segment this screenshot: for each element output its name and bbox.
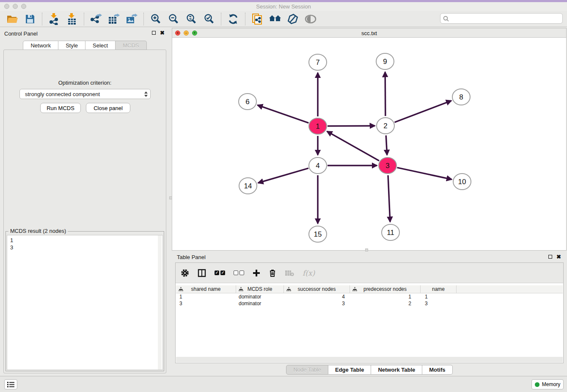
tab-motifs[interactable]: Motifs — [422, 365, 452, 375]
table-row[interactable]: 1 dominator 4 1 1 — [176, 293, 563, 300]
tab-network-table[interactable]: Network Table — [371, 365, 422, 375]
floppy-icon — [25, 14, 35, 24]
cell-mcds-role[interactable]: dominator — [236, 301, 284, 306]
column-header-mcds-role[interactable]: MCDS role — [236, 285, 284, 293]
main-toolbar — [0, 11, 567, 27]
criterion-select[interactable]: strongly connected component — [19, 89, 151, 99]
columns-icon — [198, 269, 206, 277]
cell-shared-name[interactable]: 1 — [176, 294, 236, 300]
close-panel-icon[interactable]: ✖ — [556, 254, 561, 259]
zoom-fit-button[interactable] — [184, 12, 198, 26]
tag-slash-icon — [287, 14, 298, 25]
network-canvas[interactable]: 7968124314101511 — [172, 38, 566, 250]
cell-predecessor-nodes[interactable]: 1 — [350, 294, 421, 300]
select-all-button[interactable]: ✓✓ — [215, 271, 225, 275]
tab-network[interactable]: Network — [23, 41, 58, 50]
memory-button[interactable]: Memory — [531, 379, 564, 389]
tab-style[interactable]: Style — [58, 41, 85, 50]
cell-name[interactable]: 1 — [421, 294, 457, 300]
graph-edge-3-11[interactable] — [388, 175, 390, 222]
tab-node-table[interactable]: Node Table — [286, 365, 328, 375]
close-panel-button[interactable]: Close panel — [86, 103, 130, 113]
column-header-name[interactable]: name — [421, 285, 457, 293]
table-header: shared name MCDS role successor nodes pr… — [176, 285, 563, 293]
cell-successor-nodes[interactable]: 4 — [284, 294, 350, 300]
graph-node-label: 4 — [316, 162, 319, 170]
graph-edge-1-2[interactable] — [328, 126, 375, 126]
export-image-button[interactable] — [125, 12, 138, 26]
toolbar-separator — [221, 13, 221, 25]
deselect-all-button[interactable] — [234, 271, 244, 275]
table-settings-button[interactable] — [181, 269, 189, 277]
cell-mcds-role[interactable]: dominator — [236, 294, 284, 300]
delete-column-button[interactable] — [269, 269, 276, 277]
import-table-icon — [67, 13, 77, 25]
search-input[interactable] — [451, 16, 560, 22]
graph-edge-2-9[interactable] — [385, 72, 385, 116]
column-header-predecessor-nodes[interactable]: predecessor nodes — [350, 285, 421, 293]
graph-edge-2-3[interactable] — [386, 135, 387, 155]
task-history-button[interactable] — [4, 379, 17, 389]
home-button[interactable] — [268, 12, 282, 26]
network-graph[interactable]: 7968124314101511 — [172, 38, 566, 250]
float-panel-icon[interactable] — [152, 31, 156, 35]
table-row[interactable]: 3 dominator 3 2 3 — [176, 300, 563, 307]
close-panel-icon[interactable]: ✖ — [160, 30, 165, 35]
duplicate-network-button[interactable] — [250, 12, 264, 26]
mcds-result-list[interactable]: 1 3 — [7, 235, 163, 370]
checked-boxes-icon: ✓✓ — [215, 271, 225, 275]
node-table[interactable]: shared name MCDS role successor nodes pr… — [176, 285, 563, 356]
column-header-successor-nodes[interactable]: successor nodes — [284, 285, 350, 293]
table-toolbar: ✓✓ f(x) — [176, 263, 563, 283]
column-header-shared-name[interactable]: shared name — [176, 285, 236, 293]
function-builder-icon: f(x) — [303, 269, 315, 277]
graph-edge-3-10[interactable] — [397, 168, 451, 179]
cell-shared-name[interactable]: 3 — [176, 301, 236, 306]
status-bar: Memory — [0, 376, 567, 392]
select-stepper-icon — [144, 91, 148, 97]
table-panel: Table Panel ✖ ✓✓ — [172, 251, 567, 376]
graph-edge-2-8[interactable] — [395, 101, 451, 122]
float-panel-icon[interactable] — [548, 255, 552, 259]
zoom-in-button[interactable] — [149, 12, 162, 26]
graphics-details-button[interactable] — [286, 12, 300, 26]
show-columns-button[interactable] — [198, 269, 206, 277]
graph-node-label: 2 — [383, 122, 387, 130]
application-window: Session: New Session — [0, 0, 567, 392]
cell-name[interactable]: 3 — [421, 301, 457, 306]
criterion-value: strongly connected component — [25, 91, 144, 97]
mcds-result-item[interactable]: 3 — [10, 244, 162, 251]
export-network-button[interactable] — [89, 12, 103, 26]
export-network-icon — [90, 14, 102, 25]
tab-select[interactable]: Select — [85, 41, 116, 50]
graph-edge-1-6[interactable] — [258, 105, 309, 123]
tab-mcds[interactable]: MCDS — [116, 41, 146, 50]
birds-eye-button[interactable] — [304, 12, 317, 26]
tab-edge-table[interactable]: Edge Table — [328, 365, 371, 375]
graph-node-label: 3 — [385, 162, 389, 170]
zoom-out-button[interactable] — [167, 12, 180, 26]
eye-icon — [305, 14, 317, 24]
zoom-selected-icon — [204, 14, 215, 25]
delete-table-button — [285, 270, 294, 276]
save-session-button[interactable] — [23, 12, 37, 26]
zoom-fit-icon — [186, 14, 197, 25]
export-table-button[interactable] — [107, 12, 121, 26]
open-session-button[interactable] — [6, 12, 19, 26]
cell-predecessor-nodes[interactable]: 2 — [350, 301, 421, 306]
table-horizontal-scrollbar[interactable] — [176, 357, 563, 362]
result-scrollbar[interactable] — [158, 235, 162, 370]
run-mcds-button[interactable]: Run MCDS — [40, 103, 81, 113]
graph-edge-3-1[interactable] — [327, 131, 379, 160]
import-network-button[interactable] — [47, 12, 61, 26]
import-table-button[interactable] — [65, 12, 79, 26]
mcds-result-item[interactable]: 1 — [10, 237, 162, 244]
homes-icon — [269, 14, 281, 24]
toolbar-separator — [143, 13, 144, 25]
graph-edge-4-14[interactable] — [258, 168, 308, 183]
add-column-button[interactable] — [253, 269, 260, 277]
zoom-selected-button[interactable] — [202, 12, 216, 26]
column-hierarchy-icon — [239, 287, 243, 292]
cell-successor-nodes[interactable]: 3 — [284, 301, 350, 306]
apply-layout-button[interactable] — [226, 12, 240, 26]
